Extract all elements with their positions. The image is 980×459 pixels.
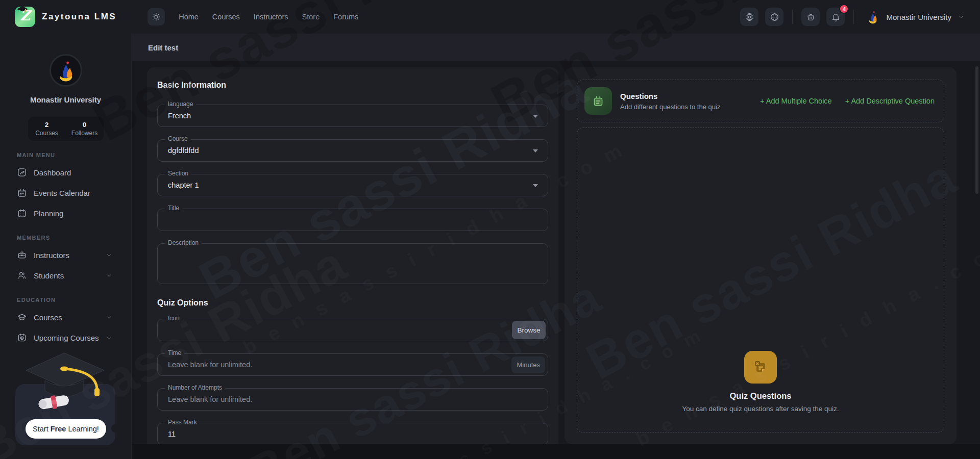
sidebar-section-education: EDUCATION <box>17 297 131 303</box>
sidebar-item-label: Planning <box>34 209 63 218</box>
globe-icon <box>770 12 779 22</box>
nav-link-instructors[interactable]: Instructors <box>254 13 288 21</box>
graduation-cap-icon <box>17 312 27 322</box>
questions-actions: + Add Multiple Choice + Add Descriptive … <box>760 97 935 105</box>
sidebar-item-dashboard[interactable]: Dashboard <box>0 162 131 183</box>
profile-stats: 2 Courses 0 Followers <box>28 117 104 141</box>
sidebar-section-members: MEMBERS <box>17 235 131 241</box>
theme-toggle-button[interactable] <box>148 8 165 26</box>
notifications-button[interactable]: 4 <box>826 8 845 26</box>
section-select[interactable]: Section chapter 1 <box>157 174 548 196</box>
title-input[interactable] <box>158 209 548 231</box>
questions-titles: Questions Add different questions to the… <box>620 92 720 111</box>
attempts-input[interactable] <box>158 389 548 410</box>
time-field: Time Minutes <box>157 353 548 376</box>
attempts-field: Number of Attempts <box>157 388 548 411</box>
icon-input[interactable] <box>158 319 548 341</box>
sidebar-item-events-calendar[interactable]: Events Calendar <box>0 183 131 203</box>
basic-information-heading: Basic Information <box>157 81 548 90</box>
notification-badge: 4 <box>839 4 849 14</box>
sidebar-item-label: Instructors <box>34 251 69 260</box>
selected-value: French <box>168 105 191 126</box>
sidebar-item-instructors[interactable]: Instructors <box>0 245 131 265</box>
bell-icon <box>831 12 841 22</box>
chevron-down-icon <box>106 252 112 259</box>
sidebar-item-planning[interactable]: Planning <box>0 203 131 223</box>
top-navigation: Home Courses Instructors Store Forums <box>179 13 358 21</box>
course-select[interactable]: Course dgfdfdfdd <box>157 139 548 162</box>
system-settings-button[interactable] <box>740 8 758 26</box>
nav-link-home[interactable]: Home <box>179 13 199 21</box>
topbar-actions: 4 Monastir University <box>740 8 965 26</box>
app-logo[interactable]: Z <box>15 7 35 27</box>
quiz-form-card: Basic Information language French Course… <box>147 67 558 459</box>
graduation-cap-icon <box>17 6 28 12</box>
bottom-strip <box>132 444 980 459</box>
dropdown-caret-icon <box>533 184 538 187</box>
selected-value: chapter 1 <box>168 174 199 196</box>
sidebar-item-label: Students <box>34 271 64 280</box>
language-button[interactable] <box>765 8 783 26</box>
basket-icon <box>806 12 816 22</box>
page-title: Edit test <box>148 43 178 52</box>
quiz-questions-empty-state: Quiz Questions You can define quiz quest… <box>577 351 944 413</box>
questions-icon-badge <box>584 87 612 115</box>
card-notch <box>111 424 119 432</box>
dashboard-icon <box>17 167 27 177</box>
user-name: Monastir University <box>886 13 951 21</box>
stat-followers: 0 Followers <box>66 121 104 137</box>
sidebar: Monastir University 2 Courses 0 Follower… <box>0 34 132 459</box>
chevron-down-icon <box>958 13 965 20</box>
main-content: Basic Information language French Course… <box>132 61 980 459</box>
chevron-down-icon <box>106 314 112 321</box>
sidebar-item-students[interactable]: Students <box>0 265 131 286</box>
students-icon <box>17 270 27 280</box>
pass-mark-input[interactable] <box>158 423 548 445</box>
cart-button[interactable] <box>801 8 820 26</box>
topbar: Z Zaytouna LMS Home Courses Instructors … <box>0 0 980 34</box>
sidebar-item-label: Dashboard <box>34 168 71 177</box>
briefcase-icon <box>17 250 27 260</box>
stat-label: Followers <box>66 130 104 137</box>
calendar-icon <box>17 188 27 198</box>
language-select[interactable]: language French <box>157 105 548 127</box>
questions-subtitle: Add different questions to the quiz <box>620 103 720 111</box>
university-logo-icon <box>54 59 78 82</box>
add-descriptive-question-link[interactable]: + Add Descriptive Question <box>845 97 935 105</box>
icon-field: Icon Browse <box>157 319 548 341</box>
stat-value: 0 <box>66 121 104 129</box>
browse-button[interactable]: Browse <box>512 321 546 339</box>
sidebar-item-courses[interactable]: Courses <box>0 307 131 327</box>
profile-avatar[interactable] <box>50 54 82 87</box>
nav-link-store[interactable]: Store <box>302 13 320 21</box>
questions-header: Questions Add different questions to the… <box>577 80 944 122</box>
cta-text-bold: Free <box>51 425 66 433</box>
avatar <box>866 10 880 24</box>
nav-link-forums[interactable]: Forums <box>333 13 358 21</box>
cta-text: Learning! <box>66 425 99 433</box>
quiz-options-heading: Quiz Options <box>157 298 548 308</box>
description-input[interactable] <box>158 244 548 284</box>
app-title: Zaytouna LMS <box>42 12 116 22</box>
sidebar-item-label: Courses <box>34 313 62 322</box>
time-input[interactable] <box>158 354 548 375</box>
selected-value: dgfdfdfdd <box>168 140 199 161</box>
cta-text: Start <box>33 425 51 433</box>
vertical-scrollbar[interactable] <box>975 66 978 194</box>
stat-value: 2 <box>28 121 66 129</box>
divider <box>853 10 854 24</box>
profile-name: Monastir University <box>0 95 131 104</box>
minutes-suffix: Minutes <box>511 356 545 373</box>
dropdown-caret-icon <box>533 115 538 118</box>
user-menu[interactable]: Monastir University <box>866 10 965 24</box>
nav-link-courses[interactable]: Courses <box>212 13 240 21</box>
dropdown-caret-icon <box>533 149 538 152</box>
divider <box>792 10 793 24</box>
empty-state-subtitle: You can define quiz questions after savi… <box>577 405 944 413</box>
note-icon-badge <box>744 351 777 384</box>
start-free-learning-button[interactable]: Start Free Learning! <box>26 419 106 439</box>
pass-mark-field: Pass Mark <box>157 423 548 445</box>
planning-calendar-icon <box>17 208 27 218</box>
add-multiple-choice-link[interactable]: + Add Multiple Choice <box>760 97 832 105</box>
empty-state-title: Quiz Questions <box>577 391 944 401</box>
